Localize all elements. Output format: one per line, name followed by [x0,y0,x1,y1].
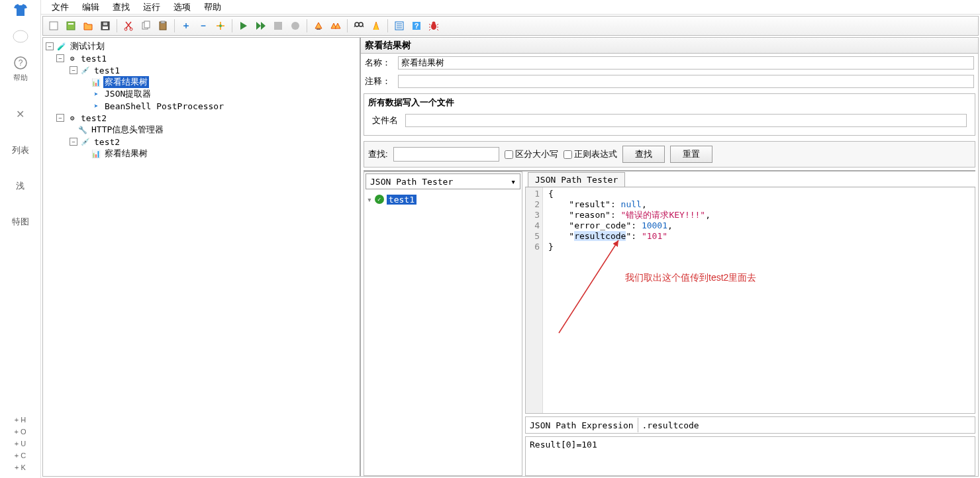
rail-gantt-label[interactable]: 特图 [12,216,29,228]
json-response-viewer[interactable]: 123456 { "result": null, "reason": "错误的请… [525,187,975,414]
toggle-icon[interactable]: − [56,54,64,62]
search-icon[interactable] [351,18,367,34]
svg-rect-14 [161,21,165,23]
menu-help[interactable]: 帮助 [199,0,226,15]
tree-test1-group-label: test1 [79,54,108,64]
search-button[interactable]: 查找 [622,146,665,163]
start-no-pause-icon[interactable] [253,18,269,34]
toggle-icon[interactable]: − [56,114,64,122]
menu-file[interactable]: 文件 [46,0,74,15]
rail-help-item[interactable]: ? 帮助 [11,56,30,83]
regex-label: 正则表达式 [574,148,617,160]
result-item-label: test1 [387,195,416,205]
rail-list2-label[interactable]: 浅 [16,180,24,192]
clear-icon[interactable] [311,18,326,34]
pipette-icon: 💉 [80,66,91,75]
result-list[interactable]: ▾ ✓ test1 [364,191,522,475]
left-rail: ? 帮助 ✕ 列表 浅 特图 + H + O + U + C + K [0,0,41,478]
watermark-icon [11,29,30,44]
gear-icon: ⚙ [67,54,77,63]
reset-button[interactable]: 重置 [670,146,712,163]
menu-search[interactable]: 查找 [107,0,135,15]
stop-icon[interactable] [270,18,286,34]
tree-result-tree-2[interactable]: 📊 察看结果树 [43,148,360,160]
template-icon[interactable] [63,18,79,34]
toggle-icon[interactable]: − [70,66,77,74]
tree-json-extractor[interactable]: ➤ JSON提取器 [43,88,360,100]
tree-result-tree-2-label: 察看结果树 [103,148,149,160]
tree-test1-group[interactable]: − ⚙ test1 [43,52,360,64]
tree-test2-group[interactable]: − ⚙ test2 [43,112,360,124]
case-sensitive-checkbox[interactable] [505,150,513,159]
right-panel: 察看结果树 名称： 注释： 所有数据写入一个文件 文件名 [361,38,978,476]
shortcut-k: + K [15,463,26,471]
copy-icon[interactable] [138,18,154,34]
open-icon[interactable] [80,18,96,34]
file-fieldset: 所有数据写入一个文件 文件名 [364,93,975,136]
help-icon[interactable]: ? [409,18,424,34]
svg-rect-5 [68,23,74,24]
bug-icon[interactable] [426,18,442,34]
svg-text:?: ? [415,22,419,30]
code-body[interactable]: { "result": null, "reason": "错误的请求KEY!!!… [543,187,975,413]
tree-test1-sampler-label: test1 [93,66,121,75]
tree-root[interactable]: − 🧪 测试计划 [43,40,360,52]
tree-http-header[interactable]: 🔧 HTTP信息头管理器 [43,124,360,136]
menubar: 文件 编辑 查找 运行 选项 帮助 [41,0,980,15]
menu-options[interactable]: 选项 [168,0,196,15]
results-panel: JSON Path Tester ▾ ▾ ✓ test1 [364,171,522,476]
tree-http-header-label: HTTP信息头管理器 [90,124,165,136]
comment-input[interactable] [398,75,974,88]
panel-title: 察看结果树 [361,38,978,54]
tree-beanshell-pp[interactable]: ➤ BeanShell PostProcessor [43,100,360,112]
svg-text:?: ? [18,58,23,68]
svg-rect-16 [274,22,282,30]
result-item-test1[interactable]: ▾ ✓ test1 [367,193,519,205]
gear-icon: ⚙ [67,113,77,122]
filename-input[interactable] [405,114,967,127]
tree-beanshell-pp-label: BeanShell PostProcessor [103,101,225,111]
cut-icon[interactable] [121,18,136,34]
chevron-down-icon: ▾ [511,177,516,187]
shutdown-icon[interactable] [287,18,303,34]
start-icon[interactable] [236,18,252,34]
new-icon[interactable] [46,18,62,34]
paste-icon[interactable] [155,18,171,34]
save-icon[interactable] [97,18,113,34]
regex-checkbox[interactable] [564,150,572,159]
function-icon[interactable] [391,18,407,34]
rail-watermark-item[interactable] [11,29,30,44]
tree-result-tree-1[interactable]: 📊 察看结果树 [43,76,360,88]
json-path-expr-input[interactable] [638,418,975,432]
toggle-icon[interactable]: − [70,138,77,146]
help-circle-icon: ? [11,56,30,70]
rail-shirt-item[interactable] [11,3,30,17]
tree-test1-sampler[interactable]: − 💉 test1 [43,64,360,76]
rail-list-label[interactable]: 列表 [12,144,29,156]
renderer-dropdown[interactable]: JSON Path Tester ▾ [366,173,520,189]
svg-rect-7 [103,26,108,29]
collapse-icon[interactable]: － [195,18,211,34]
tree-test2-group-label: test2 [79,113,108,123]
rail-close-icon[interactable]: ✕ [16,108,24,120]
toggle-icon[interactable]: − [46,42,54,50]
expand-icon[interactable]: ＋ [178,18,194,34]
toggle-icon[interactable]: ▾ [367,195,372,205]
tab-json-path-tester[interactable]: JSON Path Tester [528,172,625,187]
detail-panel: JSON Path Tester 123456 { "result": null… [525,171,975,476]
svg-rect-12 [144,21,150,28]
tree-test2-sampler[interactable]: − 💉 test2 [43,136,360,148]
clear-all-icon[interactable] [328,18,344,34]
search-input[interactable] [393,147,499,162]
flask-icon: 🧪 [56,42,67,51]
search-bar: 查找: 区分大小写 正则表达式 查找 重置 [364,141,975,167]
search-reset-icon[interactable] [368,18,384,34]
menu-edit[interactable]: 编辑 [77,0,105,15]
shortcut-u: + U [15,440,26,448]
arrow-right-icon: ➤ [91,89,101,99]
toggle-icon[interactable] [213,18,228,34]
name-input[interactable] [398,56,974,70]
test-plan-tree[interactable]: − 🧪 测试计划 − ⚙ test1 − 💉 test1 📊 察看结果树 [43,38,361,476]
menu-run[interactable]: 运行 [138,0,166,15]
search-label: 查找: [368,148,388,160]
